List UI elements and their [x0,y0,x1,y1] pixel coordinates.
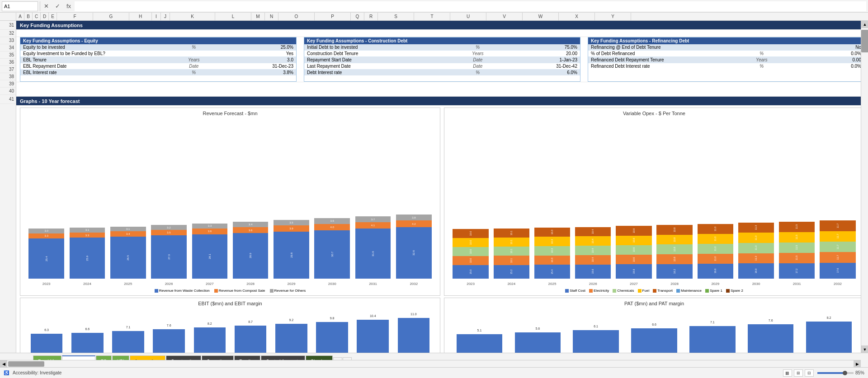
compost-bar: 3.5 [151,230,187,235]
scroll-down[interactable]: ▼ [861,345,868,353]
equity-unit-2 [168,51,219,56]
vertical-scrollbar[interactable]: ▲ ▼ [861,21,868,353]
opex-legend: Staff Cost Electricity Chemicals Fuel Tr… [447,289,861,293]
year-label: 2025 [108,282,148,286]
scroll-up[interactable]: ▲ [861,21,868,28]
refi-val-4: 0.0% [787,63,864,69]
row-32: 32 [0,30,16,37]
others-bar: 3.3 [192,224,228,229]
leg-maint: Maintenance [676,289,702,293]
col-d[interactable]: D [41,13,49,20]
row-38: 38 [0,73,16,80]
h-scroll-thumb[interactable] [8,361,44,367]
opex-seg-trans: 10.4 [575,227,611,237]
refi-label-3: Refinanced Debt Repayment Tenure [588,57,736,63]
col-g[interactable]: G [93,13,129,20]
const-val-1: 75.0% [503,44,580,50]
normal-view-btn[interactable]: ▦ [783,369,792,377]
pat-bar-seg: 6.1 [573,330,618,355]
col-i[interactable]: I [152,13,161,20]
col-m[interactable]: M [251,13,265,20]
col-o[interactable]: O [278,13,315,20]
legend-others: Revenue for Others [270,289,306,293]
opex-seg-chem: 11.3 [738,243,774,253]
confirm-icon[interactable]: ✓ [53,2,62,10]
col-u[interactable]: U [450,13,486,20]
page-layout-btn[interactable]: ⊞ [794,369,803,377]
const-unit-1: % [452,44,503,50]
revenue-bar-group-2027: 28.13.63.32027 [190,224,229,279]
col-s[interactable]: S [378,13,414,20]
zoom-slider[interactable] [817,372,854,374]
col-y[interactable]: Y [595,13,631,20]
ebit-bar-2032: 11.02032 [394,318,434,355]
zoom-thumb[interactable] [843,371,847,375]
col-l[interactable]: L [215,13,251,20]
equity-label-5: EBL Interest rate [20,70,168,75]
const-unit-3: Date [452,57,503,63]
waste-bar: 25.4 [28,238,64,279]
opex-seg-elec: 10.6 [616,255,651,264]
section-header-row-41: Graphs - 10 Year forecast [16,97,868,106]
col-t[interactable]: T [414,13,450,20]
opex-year-label: 2029 [695,282,735,286]
pat-bar-seg: 5.1 [457,334,502,355]
opex-seg-trans: 10.1 [494,229,529,238]
col-x[interactable]: X [559,13,595,20]
const-label-5: Debt Interest rate [304,70,452,75]
col-c[interactable]: C [33,13,41,20]
col-a[interactable]: A [16,13,24,20]
opex-seg-elec: 10.1 [494,256,529,265]
cell-reference[interactable]: A1 [2,1,38,11]
ebit-bar-seg: 7.6 [153,329,185,355]
opex-seg-staff: 16.2 [656,264,692,279]
const-row-2: Construction Debt Tenure Years 20.00 [304,51,580,57]
col-f[interactable]: F [57,13,93,20]
compost-bar: 4.2 [396,220,432,227]
scroll-left[interactable]: ◀ [0,360,7,368]
col-k[interactable]: K [170,13,215,20]
scroll-right[interactable]: ▶ [854,360,861,368]
opex-seg-chem: 10.4 [575,246,611,255]
main-content: 31 32 33 34 35 36 37 38 39 40 41 Key Fun… [0,21,868,367]
opex-seg-fuel: 11.0 [698,234,733,244]
horizontal-scrollbar[interactable]: ◀ ▶ [0,360,861,367]
opex-seg-elec: 11.0 [698,254,733,264]
opex-seg-elec: 11.3 [738,253,774,264]
cancel-icon[interactable]: ✕ [42,2,51,10]
scroll-thumb[interactable] [861,30,868,52]
refi-val-3: 0.00 [787,57,864,63]
refi-unit-1 [736,44,787,50]
col-r[interactable]: R [364,13,378,20]
page-break-btn[interactable]: ⊟ [805,369,814,377]
col-e[interactable]: E [49,13,57,20]
const-val-4: 31-Dec-42 [503,63,580,69]
scroll-track[interactable] [7,360,854,368]
col-v[interactable]: V [486,13,523,20]
opex-seg-fuel: 10.4 [575,236,611,246]
const-unit-4: Date [452,63,503,69]
refi-row-1: Refinancing @ End of Debt Tenure No [588,44,864,51]
refi-val-1: No [787,44,864,50]
opex-year-label: 2027 [614,282,654,286]
function-icon[interactable]: fx [65,2,73,10]
col-h[interactable]: H [129,13,152,20]
zoom-fill [817,372,844,374]
zoom-control[interactable]: 85% [817,370,864,375]
year-label: 2028 [231,282,270,286]
col-q[interactable]: Q [351,13,364,20]
col-j[interactable]: J [161,13,170,20]
col-b[interactable]: B [24,13,33,20]
col-p[interactable]: P [315,13,351,20]
equity-unit-5: % [168,70,219,75]
formula-input[interactable] [75,1,866,11]
opex-seg-chem: 10.6 [616,245,651,255]
col-w[interactable]: W [523,13,559,20]
column-headers: A B C D E F G H I J K L M N O P Q R S T … [0,13,868,21]
col-n[interactable]: N [265,13,278,20]
opex-bar-group-2024: 15.210.110.110.110.12024 [491,229,531,279]
pat-bar-seg: 7.6 [748,324,793,355]
construction-table-header: Key Funding Assumptions - Construction D… [304,37,580,44]
opex-chart-area: 15.010.010.010.010.0202315.210.110.110.1… [447,118,861,288]
refi-unit-4: % [736,63,787,69]
